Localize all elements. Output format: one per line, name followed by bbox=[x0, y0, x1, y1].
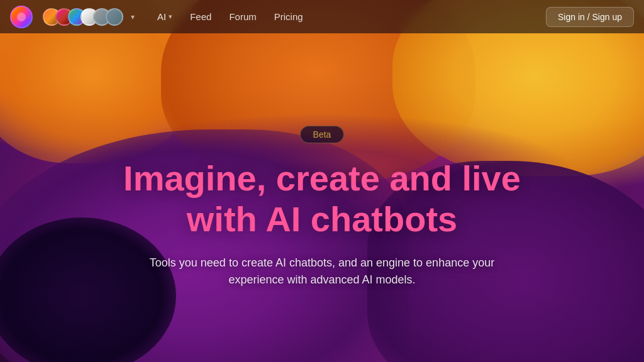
nav-feed-label: Feed bbox=[190, 11, 211, 22]
sign-in-button[interactable]: Sign in / Sign up bbox=[546, 7, 634, 27]
hero-title-line1: Imagine, create and live bbox=[123, 158, 521, 198]
nav-links: AI ▾ Feed Forum Pricing bbox=[150, 8, 311, 26]
nav-ai-label: AI bbox=[157, 11, 166, 22]
logo-icon bbox=[11, 7, 31, 27]
nav-pricing-link[interactable]: Pricing bbox=[267, 8, 311, 26]
ai-chevron-icon: ▾ bbox=[169, 13, 172, 21]
avatar-6[interactable] bbox=[106, 8, 123, 26]
avatars-chevron-icon[interactable]: ▾ bbox=[131, 13, 135, 21]
nav-forum-label: Forum bbox=[229, 11, 256, 22]
hero-content: Beta Imagine, create and live with AI ch… bbox=[0, 33, 644, 362]
nav-ai-link[interactable]: AI ▾ bbox=[150, 8, 180, 26]
site-logo[interactable] bbox=[10, 6, 33, 28]
hero-title: Imagine, create and live with AI chatbot… bbox=[123, 158, 521, 239]
nav-feed-link[interactable]: Feed bbox=[182, 8, 219, 26]
nav-pricing-label: Pricing bbox=[274, 11, 303, 22]
nav-forum-link[interactable]: Forum bbox=[221, 8, 264, 26]
beta-badge: Beta bbox=[300, 126, 345, 143]
user-avatars-group bbox=[43, 8, 123, 26]
hero-section: ▾ AI ▾ Feed Forum Pricing Sign in / Sign… bbox=[0, 0, 644, 362]
beta-label: Beta bbox=[313, 129, 331, 140]
hero-title-line2: with AI chatbots bbox=[187, 199, 457, 239]
navbar: ▾ AI ▾ Feed Forum Pricing Sign in / Sign… bbox=[0, 0, 644, 33]
hero-subtitle: Tools you need to create AI chatbots, an… bbox=[146, 255, 498, 288]
